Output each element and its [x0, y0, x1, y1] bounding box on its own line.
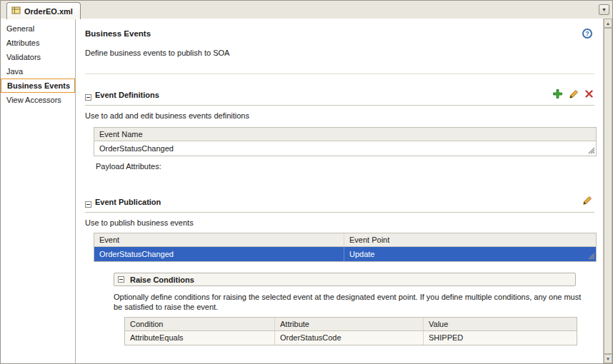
event-definition-row[interactable]: OrderStatusChanged — [94, 141, 596, 156]
delete-event-button[interactable] — [584, 89, 594, 98]
raise-conditions-title: Raise Conditions — [130, 275, 194, 284]
help-icon[interactable]: ? — [582, 29, 592, 39]
sidebar-item-business-events[interactable]: Business Events — [1, 79, 75, 93]
event-name-cell: OrderStatusChanged — [94, 141, 596, 156]
raise-condition-row[interactable]: AttributeEquals OrderStatusCode SHIPPED — [125, 331, 577, 345]
event-definitions-divider — [85, 105, 594, 106]
event-point-cell: Update — [344, 247, 596, 261]
scroll-down-button[interactable]: ▼ — [604, 354, 612, 363]
attribute-cell: OrderStatusCode — [275, 331, 424, 345]
chevron-down-icon: ▼ — [602, 7, 607, 12]
column-header-attribute[interactable]: Attribute — [275, 318, 424, 330]
event-publication-divider — [85, 212, 594, 213]
raise-conditions-table-header: Condition Attribute Value — [125, 318, 577, 331]
sidebar-item-java[interactable]: Java — [1, 64, 75, 79]
header-divider — [85, 74, 594, 74]
payload-attributes-label: Payload Attributes: — [96, 162, 161, 171]
event-definitions-toolbar — [552, 89, 594, 99]
raise-conditions-table: Condition Attribute Value AttributeEqual… — [124, 317, 577, 345]
raise-conditions-header: Raise Conditions — [114, 273, 576, 286]
vertical-scrollbar[interactable]: ▲ ▼ — [603, 19, 612, 363]
event-definitions-table: Event Name OrderStatusChanged — [94, 127, 597, 156]
collapse-event-definitions-icon[interactable] — [85, 94, 91, 101]
editor-tab-bar: OrderEO.xml ▼ — [1, 1, 612, 19]
column-header-value[interactable]: Value — [424, 318, 577, 330]
add-event-button[interactable] — [552, 89, 563, 99]
page-title: Business Events — [85, 29, 151, 38]
table-resize-grip[interactable] — [588, 145, 595, 154]
sidebar-item-validators[interactable]: Validators — [1, 50, 75, 64]
editor-nav-sidebar: General Attributes Validators Java Busin… — [1, 19, 76, 363]
event-definitions-description: Use to add and edit business events defi… — [85, 111, 249, 120]
raise-conditions-description: Optionally define conditions for raising… — [114, 292, 585, 312]
entity-object-file-icon — [11, 6, 21, 16]
page-subtitle: Define business events to publish to SOA — [85, 49, 229, 57]
edit-publication-button[interactable] — [582, 196, 592, 206]
event-publication-description: Use to publish business events — [85, 218, 194, 227]
collapse-raise-conditions-icon[interactable] — [118, 276, 124, 283]
editor-window: OrderEO.xml ▼ General Attributes Validat… — [0, 0, 613, 364]
event-cell: OrderStatusChanged — [94, 247, 344, 261]
scroll-down-icon: ▼ — [606, 357, 610, 361]
column-header-event-point[interactable]: Event Point — [344, 233, 596, 246]
sidebar-item-general[interactable]: General — [1, 21, 75, 36]
business-events-panel: Business Events ? Define business events… — [76, 19, 603, 363]
collapse-event-publication-icon[interactable] — [85, 201, 91, 208]
event-publication-row-selected[interactable]: OrderStatusChanged Update — [94, 247, 596, 261]
event-publication-toolbar — [582, 196, 592, 206]
column-header-event[interactable]: Event — [94, 233, 344, 246]
table-resize-grip[interactable] — [588, 251, 595, 260]
scrollbar-thumb[interactable] — [604, 28, 612, 354]
tab-list-dropdown-button[interactable]: ▼ — [599, 4, 609, 15]
column-header-condition[interactable]: Condition — [125, 318, 275, 330]
event-definitions-table-header: Event Name — [94, 128, 596, 141]
column-header-event-name[interactable]: Event Name — [94, 128, 596, 141]
tab-ordereo-xml[interactable]: OrderEO.xml — [6, 2, 81, 19]
condition-cell: AttributeEquals — [125, 331, 275, 345]
sidebar-item-view-accessors[interactable]: View Accessors — [1, 93, 75, 107]
event-publication-table: Event Event Point OrderStatusChanged Upd… — [94, 233, 597, 262]
edit-event-button[interactable] — [569, 89, 579, 99]
tab-label: OrderEO.xml — [24, 7, 73, 16]
value-cell: SHIPPED — [424, 331, 577, 345]
help-glyph: ? — [585, 30, 589, 37]
event-publication-table-header: Event Event Point — [94, 233, 596, 247]
sidebar-item-attributes[interactable]: Attributes — [1, 36, 75, 50]
event-publication-title: Event Publication — [95, 198, 161, 206]
scroll-up-button[interactable]: ▲ — [604, 19, 612, 28]
scroll-up-icon: ▲ — [606, 21, 610, 26]
event-definitions-title: Event Definitions — [95, 91, 159, 99]
